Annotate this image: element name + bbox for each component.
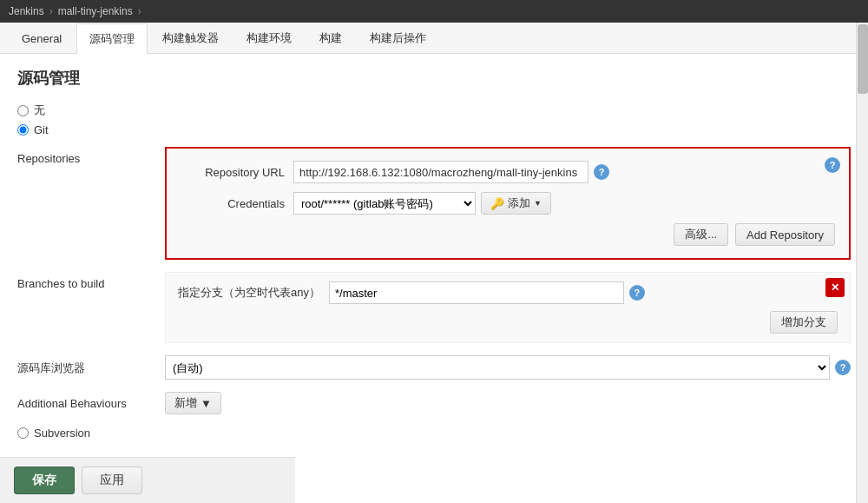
tab-build-env[interactable]: 构建环境 [233,23,305,53]
radio-subversion-input[interactable] [17,427,29,439]
scrollbar-thumb[interactable] [858,24,868,94]
source-browser-section: 源码库浏览器 (自动) ? [17,355,851,380]
repositories-label: Repositories [17,147,165,260]
source-browser-content: (自动) ? [165,355,851,380]
tab-post-build[interactable]: 构建后操作 [357,23,439,53]
credentials-row: Credentials root/****** (gitlab账号密码) 🔑 添… [181,192,835,215]
repo-actions: 高级... Add Repository [181,223,835,246]
scm-radio-group: 无 Git [17,103,851,136]
help-icon-repos[interactable]: ? [825,157,840,173]
branch-input[interactable] [329,281,624,304]
tab-general[interactable]: General [9,24,75,52]
tab-build[interactable]: 构建 [306,23,355,53]
chevron-down-icon2: ▼ [201,397,212,410]
help-icon-browser[interactable]: ? [835,360,851,375]
jenkins-link[interactable]: Jenkins [9,5,44,17]
advanced-button[interactable]: 高级... [674,223,728,246]
credentials-select[interactable]: root/****** (gitlab账号密码) [293,192,476,215]
save-button[interactable]: 保存 [14,467,75,494]
repositories-section: Repositories ? Repository URL ? Credenti… [17,147,851,260]
repo-box: ? Repository URL ? Credentials root/****… [165,147,851,260]
source-browser-label: 源码库浏览器 [17,355,165,380]
repo-url-row: Repository URL ? [181,161,835,183]
branches-content: ✕ 指定分支（为空时代表any） ? 增加分支 [165,272,851,343]
apply-button[interactable]: 应用 [82,467,142,494]
branches-label: Branches to build [17,272,165,343]
project-link[interactable]: mall-tiny-jenkins [58,5,133,17]
help-icon-url[interactable]: ? [594,164,609,180]
radio-none-label: 无 [34,103,45,118]
scrollbar[interactable] [856,23,868,503]
separator1: › [49,5,53,17]
add-behaviour-button[interactable]: 新增 ▼ [165,392,221,414]
radio-git-label: Git [34,123,49,136]
tab-source-management[interactable]: 源码管理 [76,23,148,54]
page-title: 源码管理 [17,68,851,89]
behaviours-label: Additional Behaviours [17,392,165,414]
add-branch-button[interactable]: 增加分支 [770,311,838,334]
separator2: › [138,5,141,17]
tab-build-triggers[interactable]: 构建触发器 [149,23,232,53]
behaviours-section: Additional Behaviours 新增 ▼ [17,392,851,414]
radio-none-input[interactable] [17,105,29,116]
delete-branch-button[interactable]: ✕ [825,278,845,297]
branches-box: ✕ 指定分支（为空时代表any） ? 增加分支 [165,272,851,343]
radio-none[interactable]: 无 [17,103,851,118]
add-new-label: 新增 [174,395,197,411]
add-repository-button[interactable]: Add Repository [735,223,835,246]
repo-help-icon-top[interactable]: ? [819,157,840,173]
key-icon: 🔑 [490,197,504,210]
source-browser-select[interactable]: (自动) [165,355,830,380]
help-icon-branch[interactable]: ? [629,285,645,301]
radio-subversion[interactable]: Subversion [17,427,851,440]
add-btn-label: 添加 [508,195,530,211]
page-content: 源码管理 无 Git Repositories ? Repository URL [0,54,868,503]
branches-section: Branches to build ✕ 指定分支（为空时代表any） ? 增加分… [17,272,851,343]
chevron-down-icon: ▼ [534,199,542,208]
bottom-bar: 保存 应用 [0,457,295,503]
radio-git-input[interactable] [17,124,29,136]
radio-subversion-label: Subversion [34,427,90,440]
add-credentials-button[interactable]: 🔑 添加 ▼ [481,192,551,215]
radio-git[interactable]: Git [17,123,851,136]
credentials-label: Credentials [181,197,285,210]
source-browser-row: (自动) ? [165,355,851,380]
branch-specifier-label: 指定分支（为空时代表any） [178,285,320,301]
repo-url-label: Repository URL [181,166,285,179]
top-bar: Jenkins › mall-tiny-jenkins › [0,0,868,23]
behaviours-content: 新增 ▼ [165,392,851,414]
repo-url-input[interactable] [293,161,589,183]
branch-row: 指定分支（为空时代表any） ? [178,281,838,304]
behaviours-row: 新增 ▼ [165,392,851,414]
repositories-content: ? Repository URL ? Credentials root/****… [165,147,851,260]
tabs-bar: General 源码管理 构建触发器 构建环境 构建 构建后操作 [0,23,868,54]
